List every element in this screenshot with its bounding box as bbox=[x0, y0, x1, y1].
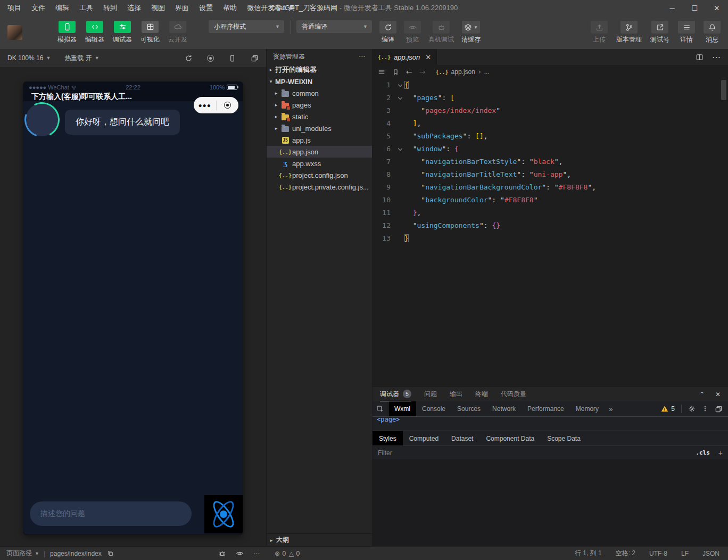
back-arrow-icon[interactable]: ← bbox=[406, 68, 412, 76]
menu-item-1[interactable]: 文件 bbox=[31, 3, 45, 13]
rotate-screen-icon[interactable] bbox=[185, 54, 193, 62]
code-line-4[interactable]: 4 ], bbox=[373, 117, 728, 130]
debugger-tab-4[interactable]: 代码质量 bbox=[501, 387, 526, 401]
gear-icon[interactable] bbox=[688, 405, 696, 413]
statusbar-item-4[interactable]: JSON bbox=[702, 550, 719, 557]
capsule-close-icon[interactable] bbox=[217, 102, 239, 109]
statusbar-item-3[interactable]: LF bbox=[681, 550, 689, 557]
explorer-more-icon[interactable]: ⋯ bbox=[359, 53, 366, 60]
devtools-tab-wxml[interactable]: Wxml bbox=[388, 401, 416, 416]
fold-icon[interactable] bbox=[396, 92, 404, 104]
right-action-button-1[interactable]: 版本管理 bbox=[616, 21, 642, 44]
menu-item-6[interactable]: 视图 bbox=[151, 3, 165, 13]
filter-input[interactable]: Filter bbox=[378, 449, 392, 457]
right-action-button-3[interactable]: 详情 bbox=[678, 21, 695, 44]
detach-window-icon[interactable] bbox=[251, 54, 259, 62]
code-line-8[interactable]: 8 "navigationBarTitleText": "uni-app", bbox=[373, 168, 728, 181]
mode-dropdown[interactable]: 小程序模式 ▼ bbox=[209, 20, 284, 33]
cls-button[interactable]: .cls bbox=[696, 449, 710, 456]
warning-counter[interactable]: 5 bbox=[661, 405, 675, 413]
statusbar-item-0[interactable]: 行 1, 列 1 bbox=[575, 549, 602, 558]
problems-indicator[interactable]: ⊗0 △0 bbox=[266, 550, 300, 557]
code-line-2[interactable]: 2 "pages": [ bbox=[373, 92, 728, 104]
explorer-item-static[interactable]: ▸static bbox=[267, 111, 372, 122]
sim-more-icon[interactable]: ⋯ bbox=[253, 550, 260, 557]
menu-item-7[interactable]: 界面 bbox=[175, 3, 189, 13]
bookmark-icon[interactable] bbox=[392, 69, 399, 76]
explorer-item-app-wxss[interactable]: ʒapp.wxss bbox=[267, 158, 372, 169]
debugger-tab-1[interactable]: 问题 bbox=[424, 387, 437, 401]
mode-button-1[interactable]: 编辑器 bbox=[85, 21, 104, 44]
close-button[interactable]: ✕ bbox=[706, 0, 728, 16]
menu-item-8[interactable]: 设置 bbox=[199, 3, 213, 13]
preview-eye-icon[interactable] bbox=[236, 549, 244, 557]
code-line-6[interactable]: 6 "window": { bbox=[373, 143, 728, 155]
code-line-11[interactable]: 11 }, bbox=[373, 207, 728, 219]
explorer-item-app-js[interactable]: JSapp.js bbox=[267, 134, 372, 146]
editor-more-icon[interactable]: ⋯ bbox=[712, 52, 721, 62]
breadcrumb-more[interactable]: ... bbox=[484, 68, 490, 76]
record-icon[interactable] bbox=[207, 55, 214, 62]
breadcrumb-file[interactable]: app.json bbox=[451, 68, 475, 76]
fold-icon[interactable] bbox=[396, 143, 404, 155]
device-frame-icon[interactable] bbox=[228, 54, 236, 62]
code-line-1[interactable]: 1{ bbox=[373, 79, 728, 92]
code-line-9[interactable]: 9 "navigationBarBackgroundColor": "#F8F8… bbox=[373, 181, 728, 194]
menu-item-4[interactable]: 转到 bbox=[103, 3, 117, 13]
explorer-item-common[interactable]: ▸common bbox=[267, 87, 372, 99]
close-tab-icon[interactable]: ✕ bbox=[425, 53, 431, 61]
code-line-13[interactable]: 13} bbox=[373, 232, 728, 245]
explorer-item-app-json[interactable]: {..}app.json bbox=[267, 146, 372, 158]
forward-arrow-icon[interactable]: → bbox=[419, 68, 426, 76]
devtools-tab-memory[interactable]: Memory bbox=[570, 401, 605, 416]
user-avatar[interactable] bbox=[7, 25, 22, 40]
devtools-tab-sources[interactable]: Sources bbox=[451, 401, 486, 416]
statusbar-item-2[interactable]: UTF-8 bbox=[649, 550, 667, 557]
explorer-item-uni-modules[interactable]: ▸uni_modules bbox=[267, 122, 372, 134]
atom-logo[interactable] bbox=[204, 495, 243, 533]
close-panel-icon[interactable]: ✕ bbox=[715, 391, 721, 398]
mode-button-0[interactable]: 模拟器 bbox=[57, 21, 77, 44]
devtools-tab-performance[interactable]: Performance bbox=[522, 401, 570, 416]
action-button-2[interactable]: 真机调试 bbox=[428, 21, 454, 44]
code-line-5[interactable]: 5 "subPackages": [], bbox=[373, 130, 728, 143]
copy-path-icon[interactable] bbox=[107, 550, 114, 557]
add-style-icon[interactable]: + bbox=[718, 449, 723, 457]
right-action-button-0[interactable]: 上传 bbox=[591, 21, 608, 44]
style-tab-computed[interactable]: Computed bbox=[403, 431, 445, 446]
explorer-item-project-private-config-js[interactable]: {..}project.private.config.js... bbox=[267, 181, 372, 193]
action-button-1[interactable]: 预览 bbox=[404, 21, 421, 44]
debugger-tab-3[interactable]: 终端 bbox=[475, 387, 488, 401]
tab-app-json[interactable]: {..} app.json ✕ bbox=[373, 49, 437, 65]
action-button-3[interactable]: ▼清缓存 bbox=[461, 21, 481, 44]
menu-item-3[interactable]: 工具 bbox=[79, 3, 93, 13]
code-line-7[interactable]: 7 "navigationBarTextStyle": "black", bbox=[373, 155, 728, 168]
style-tab-component-data[interactable]: Component Data bbox=[479, 431, 541, 446]
editor-scrollbar[interactable] bbox=[721, 80, 726, 100]
split-editor-icon[interactable] bbox=[696, 53, 704, 61]
mode-button-2[interactable]: 调试器 bbox=[113, 21, 132, 44]
style-tab-dataset[interactable]: Dataset bbox=[445, 431, 479, 446]
style-tab-styles[interactable]: Styles bbox=[373, 431, 403, 446]
explorer-item-item[interactable]: ▸打开的编辑器 bbox=[267, 64, 372, 76]
fold-icon[interactable] bbox=[396, 79, 404, 92]
code-line-10[interactable]: 10 "backgroundColor": "#F8F8F8" bbox=[373, 194, 728, 207]
outline-list-icon[interactable] bbox=[378, 68, 385, 76]
menu-item-10[interactable]: 微信开发者工具 bbox=[247, 3, 295, 13]
more-tabs-icon[interactable]: » bbox=[605, 405, 617, 413]
explorer-item-pages[interactable]: ▸pages bbox=[267, 99, 372, 111]
statusbar-item-1[interactable]: 空格: 2 bbox=[616, 549, 635, 558]
inspect-element-icon[interactable] bbox=[373, 401, 388, 416]
mode-button-4[interactable]: 云开发 bbox=[168, 21, 187, 44]
minimize-button[interactable]: ─ bbox=[661, 0, 683, 16]
menu-item-2[interactable]: 编辑 bbox=[55, 3, 69, 13]
menu-item-9[interactable]: 帮助 bbox=[223, 3, 237, 13]
code-line-12[interactable]: 12 "usingComponents": {} bbox=[373, 219, 728, 232]
capsule-more-icon[interactable]: ●●● bbox=[194, 103, 216, 108]
right-action-button-4[interactable]: 消息 bbox=[704, 21, 721, 44]
devtools-tab-console[interactable]: Console bbox=[416, 401, 451, 416]
action-button-0[interactable]: 编译 bbox=[379, 21, 396, 44]
menu-item-5[interactable]: 选择 bbox=[127, 3, 141, 13]
hot-reload-toggle[interactable]: 热重载 开 ▼ bbox=[64, 54, 99, 63]
mode-button-3[interactable]: 可视化 bbox=[140, 21, 160, 44]
